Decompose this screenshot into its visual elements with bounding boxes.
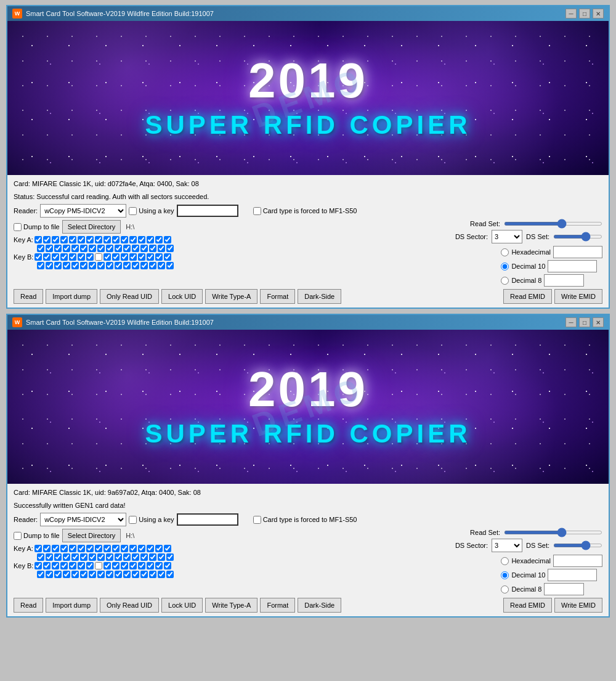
write-type-a-button-1[interactable]: Write Type-A: [205, 289, 257, 304]
w2ka5[interactable]: [69, 545, 76, 552]
w2ka26[interactable]: [115, 553, 122, 561]
ka22[interactable]: [80, 245, 87, 252]
w2kb18[interactable]: [46, 571, 53, 578]
only-read-uid-button-2[interactable]: Only Read UID: [100, 598, 159, 613]
using-key-checkbox-2[interactable]: [129, 516, 137, 524]
w2ka20[interactable]: [63, 553, 70, 561]
w2kb17[interactable]: [37, 571, 44, 578]
w2kb28[interactable]: [132, 571, 139, 578]
w2ka29[interactable]: [140, 553, 148, 561]
read-emid-button-1[interactable]: Read EMID: [503, 289, 552, 304]
w2kb26[interactable]: [115, 571, 122, 578]
format-button-1[interactable]: Format: [260, 289, 295, 304]
w2kb6[interactable]: [78, 562, 85, 569]
w2ka25[interactable]: [106, 553, 113, 561]
kb19[interactable]: [54, 262, 62, 269]
w2ka17[interactable]: [37, 553, 44, 561]
kb7[interactable]: [86, 253, 94, 261]
kb13[interactable]: [138, 253, 145, 261]
w2kb25[interactable]: [106, 571, 113, 578]
read-button-2[interactable]: Read: [14, 598, 43, 613]
ka23[interactable]: [89, 245, 96, 252]
lock-uid-button-2[interactable]: Lock UID: [161, 598, 203, 613]
read-button-1[interactable]: Read: [14, 289, 43, 304]
dec10-value-1[interactable]: 0000000000: [548, 260, 597, 272]
w2ka15[interactable]: [155, 545, 163, 552]
kb26[interactable]: [115, 262, 122, 269]
ka25[interactable]: [106, 245, 113, 252]
ka2[interactable]: [43, 236, 51, 243]
w2kb23[interactable]: [89, 571, 96, 578]
w2ka3[interactable]: [52, 545, 59, 552]
w2kb11[interactable]: [121, 562, 128, 569]
ka15[interactable]: [155, 236, 163, 243]
kb2[interactable]: [43, 253, 51, 261]
kb30[interactable]: [149, 262, 156, 269]
ka8[interactable]: [95, 236, 102, 243]
import-dump-button-1[interactable]: Import dump: [46, 289, 97, 304]
w2ka18[interactable]: [46, 553, 53, 561]
kb16[interactable]: [164, 253, 171, 261]
ka17[interactable]: [37, 245, 44, 252]
card-type-checkbox-2[interactable]: [253, 516, 261, 524]
w2kb30[interactable]: [149, 571, 156, 578]
w2ka1[interactable]: [34, 545, 42, 552]
select-dir-button-1[interactable]: Select Directory: [62, 220, 121, 234]
read-emid-button-2[interactable]: Read EMID: [503, 598, 552, 613]
kb17[interactable]: [37, 262, 44, 269]
kb8[interactable]: [95, 253, 102, 261]
w2kb3[interactable]: [52, 562, 59, 569]
w2kb16[interactable]: [164, 562, 171, 569]
ka20[interactable]: [63, 245, 70, 252]
kb28[interactable]: [132, 262, 139, 269]
w2ka24[interactable]: [97, 553, 105, 561]
ka16[interactable]: [164, 236, 171, 243]
ka1[interactable]: [34, 236, 42, 243]
ka10[interactable]: [112, 236, 120, 243]
ka21[interactable]: [71, 245, 79, 252]
w2kb22[interactable]: [80, 571, 87, 578]
ds-set-slider-1[interactable]: [553, 235, 602, 239]
w2ka12[interactable]: [129, 545, 137, 552]
w2ka8[interactable]: [95, 545, 102, 552]
write-type-a-button-2[interactable]: Write Type-A: [205, 598, 257, 613]
reader-select-1[interactable]: wCopy PM5-IDICV2: [40, 204, 126, 218]
kb25[interactable]: [106, 262, 113, 269]
kb12[interactable]: [129, 253, 137, 261]
kb23[interactable]: [89, 262, 96, 269]
ka18[interactable]: [46, 245, 53, 252]
key-input-2[interactable]: FFFFFFFFFFFF: [177, 513, 238, 526]
ka24[interactable]: [97, 245, 105, 252]
close-button-1[interactable]: ✕: [593, 9, 604, 18]
card-type-checkbox-1[interactable]: [253, 207, 261, 215]
w2kb24[interactable]: [97, 571, 105, 578]
w2ka30[interactable]: [149, 553, 156, 561]
reader-select-2[interactable]: wCopy PM5-IDICV2: [40, 513, 126, 526]
read-set-slider-1[interactable]: [504, 222, 602, 226]
minimize-button-2[interactable]: ─: [565, 317, 577, 327]
w2kb5[interactable]: [69, 562, 76, 569]
format-button-2[interactable]: Format: [260, 598, 295, 613]
ka5[interactable]: [69, 236, 76, 243]
w2ka10[interactable]: [112, 545, 120, 552]
kb24[interactable]: [97, 262, 105, 269]
ka6[interactable]: [78, 236, 85, 243]
w2kb14[interactable]: [147, 562, 154, 569]
w2ka23[interactable]: [89, 553, 96, 561]
kb1[interactable]: [34, 253, 42, 261]
hex-value-1[interactable]: 0000000000: [553, 246, 602, 258]
ka26[interactable]: [115, 245, 122, 252]
hex-radio-1[interactable]: [501, 248, 509, 256]
w2ka13[interactable]: [138, 545, 145, 552]
kb3[interactable]: [52, 253, 59, 261]
kb11[interactable]: [121, 253, 128, 261]
w2ka27[interactable]: [123, 553, 131, 561]
maximize-button-2[interactable]: □: [579, 317, 590, 327]
ka13[interactable]: [138, 236, 145, 243]
dark-side-button-2[interactable]: Dark-Side: [298, 598, 341, 613]
ka7[interactable]: [86, 236, 94, 243]
kb22[interactable]: [80, 262, 87, 269]
kb20[interactable]: [63, 262, 70, 269]
ka11[interactable]: [121, 236, 128, 243]
ka28[interactable]: [132, 245, 139, 252]
